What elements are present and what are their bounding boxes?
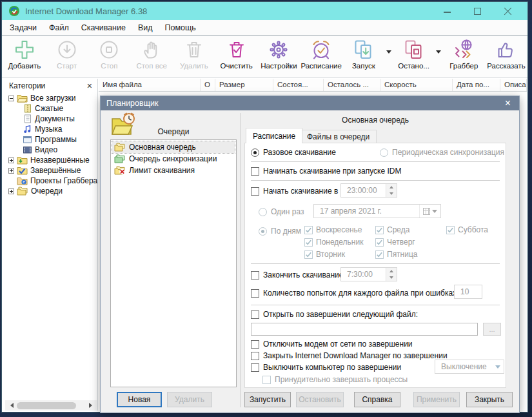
- new-queue-button[interactable]: Новая: [117, 392, 162, 407]
- shutdown-checkbox[interactable]: Выключить компьютер по завершении: [251, 363, 401, 372]
- schedule-button[interactable]: Расписание: [300, 38, 342, 70]
- one-time-download-radio[interactable]: Разовое скачивание: [251, 148, 336, 157]
- collapse-icon[interactable]: [8, 96, 14, 101]
- radio-disabled: [259, 208, 267, 216]
- menu-help[interactable]: Помощь: [165, 23, 196, 32]
- start-at-checkbox[interactable]: Начать скачивание в: [251, 187, 338, 196]
- stop-queue-button[interactable]: Остано...: [393, 38, 435, 70]
- tree-item-documents[interactable]: Документы: [5, 114, 97, 124]
- scroll-right-icon[interactable]: [86, 400, 97, 411]
- tree-item-complete[interactable]: Завершённые: [5, 165, 97, 176]
- start-queue-button[interactable]: Запуск: [342, 38, 385, 70]
- settings-button[interactable]: Настройки: [258, 38, 300, 70]
- tree-item-compressed[interactable]: Сжатые: [5, 103, 97, 114]
- start-queue-icon: [353, 39, 375, 61]
- menu-download[interactable]: Скачивание: [81, 23, 126, 32]
- svg-text:e: e: [23, 179, 25, 184]
- shutdown-mode-select: Выключение: [435, 360, 504, 374]
- tree-item-incomplete[interactable]: Незавершённые: [5, 155, 97, 165]
- tab-schedule[interactable]: Расписание: [246, 128, 302, 143]
- menu-file[interactable]: Файл: [49, 23, 69, 32]
- queue-item-limit[interactable]: Лимит скачивания: [112, 165, 235, 176]
- tree-item-video[interactable]: Видео: [5, 145, 97, 155]
- radio-selected[interactable]: [251, 148, 259, 157]
- col-q[interactable]: О: [201, 79, 215, 91]
- tree-item-all-downloads[interactable]: Все загрузки: [5, 93, 97, 103]
- separator: [251, 263, 500, 264]
- hangup-modem-checkbox[interactable]: Отключить модем от сети по завершении: [251, 340, 413, 349]
- folder-complete-icon: [17, 166, 28, 175]
- help-button[interactable]: Справка: [354, 392, 400, 407]
- categories-close-icon[interactable]: ×: [87, 83, 92, 89]
- tab-files-in-queue[interactable]: Файлы в очереди: [300, 130, 377, 143]
- col-filename[interactable]: Имя файла: [99, 79, 201, 91]
- start-queue-dropdown[interactable]: [385, 38, 393, 56]
- tree-item-grabber-projects[interactable]: e Проекты Граббера: [5, 176, 97, 186]
- check-icon: [376, 227, 383, 234]
- checkbox[interactable]: [251, 352, 259, 360]
- dialog-titlebar: Планировщик ×: [101, 96, 519, 110]
- chevron-down-icon: [432, 210, 437, 216]
- checkbox[interactable]: [251, 271, 259, 280]
- dialog-close-icon[interactable]: ×: [502, 99, 513, 108]
- close-idm-checkbox[interactable]: Закрыть Internet Download Manager по зав…: [251, 351, 448, 360]
- delete-button: Удалить: [173, 38, 215, 70]
- delete-icon: [183, 39, 205, 61]
- maximize-icon[interactable]: [473, 7, 482, 15]
- add-icon: [14, 39, 35, 61]
- scroll-left-icon[interactable]: [5, 400, 15, 411]
- add-button[interactable]: Добавить: [3, 38, 46, 70]
- horizontal-scrollbar[interactable]: [5, 400, 97, 411]
- tree-item-music[interactable]: Музыка: [5, 124, 97, 134]
- stop-queue-dropdown[interactable]: [435, 38, 442, 56]
- start-with-idm-checkbox[interactable]: Начинать скачивание при запуске IDM: [251, 167, 401, 176]
- col-timeleft[interactable]: Осталось ...: [324, 79, 380, 91]
- col-description[interactable]: Описание: [500, 79, 527, 91]
- minimize-icon[interactable]: [443, 7, 451, 15]
- close-dialog-button[interactable]: Закрыть: [466, 392, 513, 407]
- menu-tasks[interactable]: Задачи: [10, 23, 37, 32]
- scrollbar-thumb[interactable]: [17, 402, 76, 409]
- delete-queue-button: Удалить: [167, 392, 212, 407]
- checkbox[interactable]: [251, 289, 259, 298]
- tell-friends-button[interactable]: Рассказать: [485, 38, 527, 70]
- tree-item-programs[interactable]: Программы: [5, 134, 97, 145]
- queue-item-main[interactable]: Основная очередь: [112, 141, 235, 153]
- open-file-path-input[interactable]: [251, 323, 478, 336]
- program-icon: [23, 135, 32, 144]
- categories-panel: Категории × Все загрузки Сжатые Документ…: [5, 79, 98, 411]
- open-folder-icon: [17, 94, 28, 103]
- col-date[interactable]: Дата по...: [453, 79, 500, 91]
- queue-item-sync[interactable]: Очередь синхронизации: [112, 153, 235, 165]
- time-spinner: [386, 268, 397, 281]
- checkbox[interactable]: [251, 167, 259, 176]
- queue-folders-limit-icon: [114, 166, 126, 175]
- stop-queue-icon: [403, 39, 425, 61]
- clear-button[interactable]: Очистить: [215, 38, 258, 70]
- dialog-title: Планировщик: [106, 99, 158, 108]
- close-icon[interactable]: [504, 7, 512, 15]
- expand-icon[interactable]: [8, 168, 14, 174]
- expand-icon[interactable]: [8, 158, 14, 163]
- open-file-checkbox[interactable]: Открыть по завершении следующий файл:: [251, 310, 418, 319]
- start-queue-dialog-button[interactable]: Запустить: [244, 392, 291, 407]
- col-status[interactable]: Состоя...: [273, 79, 324, 91]
- menu-bar: Задачи Файл Скачивание Вид Помощь: [2, 20, 527, 36]
- checkbox[interactable]: [251, 187, 259, 196]
- checkbox[interactable]: [251, 310, 259, 319]
- check-icon: [376, 251, 383, 258]
- grabber-button[interactable]: Граббер: [442, 38, 485, 70]
- expand-icon[interactable]: [8, 188, 14, 194]
- finish-at-checkbox[interactable]: Закончить скачивание в: [251, 270, 350, 280]
- checkbox[interactable]: [251, 363, 259, 372]
- checkbox[interactable]: [251, 340, 259, 349]
- idm-logo-icon: [8, 5, 20, 17]
- col-size[interactable]: Размер: [215, 79, 273, 91]
- menu-view[interactable]: Вид: [138, 23, 153, 32]
- queues-label: Очереди: [110, 127, 237, 136]
- categories-title: Категории: [9, 81, 45, 90]
- tree-item-queues[interactable]: Очереди: [5, 186, 97, 196]
- check-icon: [376, 239, 383, 246]
- retries-checkbox[interactable]: Количество попыток для каждого файла при…: [251, 289, 458, 298]
- col-speed[interactable]: Скорость: [380, 79, 453, 91]
